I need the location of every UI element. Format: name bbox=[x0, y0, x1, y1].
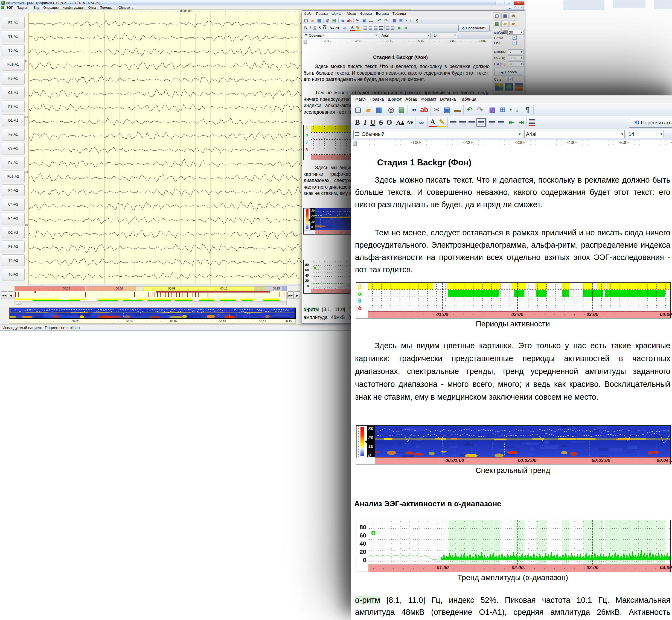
menu-item-3[interactable]: Операции bbox=[41, 6, 60, 10]
doc-menu-item-4[interactable]: Формат bbox=[419, 97, 438, 102]
channel-button-pz-a1[interactable]: Pz-A1 bbox=[2, 157, 25, 168]
align-center-icon[interactable] bbox=[369, 27, 372, 30]
event-marker[interactable] bbox=[18, 292, 18, 297]
doc-menu-item-5[interactable]: Вставка bbox=[374, 12, 391, 15]
channel-button-p3-a1[interactable]: P3-A1 bbox=[2, 101, 25, 112]
align-justify-icon[interactable] bbox=[379, 27, 383, 30]
table-dropdown-arrow[interactable]: ▾ bbox=[510, 107, 512, 112]
close-button[interactable]: ✕ bbox=[514, 1, 524, 5]
overline-button[interactable]: O bbox=[322, 26, 327, 30]
channel-button-c3-a1[interactable]: C3-A1 bbox=[2, 87, 25, 98]
doc-ruler[interactable]: ·100··200··300··400··500··600· bbox=[302, 39, 492, 44]
doc-menu-item-1[interactable]: Правка bbox=[368, 97, 386, 102]
event-marker[interactable] bbox=[152, 292, 152, 297]
size-combo[interactable]: 14▼ bbox=[432, 33, 457, 38]
print-icon[interactable]: ▤ bbox=[331, 17, 337, 24]
strike-button[interactable]: S bbox=[317, 26, 322, 30]
event-marker[interactable] bbox=[134, 292, 135, 297]
print-icon[interactable]: ▤ bbox=[396, 104, 407, 115]
channel-button-t4-a2[interactable]: T4-A2 bbox=[2, 255, 25, 266]
find-icon[interactable]: ∞ bbox=[409, 104, 419, 115]
strike-button[interactable]: S bbox=[377, 118, 385, 126]
highlight-button[interactable]: ✎ bbox=[355, 25, 361, 31]
menu-item-5[interactable]: Окна bbox=[86, 6, 98, 10]
recalculate-button[interactable]: ⟲ Пересчитать bbox=[459, 25, 490, 32]
undo-icon[interactable]: ↶ bbox=[465, 104, 475, 115]
doc-menu-item-1[interactable]: Правка bbox=[314, 12, 330, 15]
table-icon[interactable]: ⊞ bbox=[497, 104, 508, 115]
doc-menu-item-2[interactable]: Шрифт bbox=[386, 97, 403, 102]
overline-button[interactable]: O bbox=[385, 118, 393, 126]
mdi-restore-button[interactable]: ❐ bbox=[513, 6, 518, 10]
hf-combo[interactable]: 0.53▼ bbox=[508, 55, 524, 60]
bullet-list-icon[interactable] bbox=[391, 27, 394, 30]
event-marker[interactable] bbox=[198, 292, 199, 297]
pilcrow-icon[interactable]: ¶ bbox=[414, 17, 420, 24]
timeline-events-row[interactable] bbox=[14, 291, 287, 299]
timeline-scroll-thumb[interactable] bbox=[16, 302, 21, 305]
maximize-button[interactable]: ❐ bbox=[505, 1, 513, 5]
channel-button-fz-a1[interactable]: Fz-A1 bbox=[2, 129, 25, 140]
channel-button-f4-a2[interactable]: F4-A2 bbox=[2, 185, 25, 196]
event-marker[interactable] bbox=[174, 292, 174, 297]
font-smaller-button[interactable]: A▾ bbox=[405, 119, 414, 126]
find-icon[interactable]: ∞ bbox=[339, 17, 346, 24]
channel-button-t5-a1[interactable]: T5-A1 bbox=[2, 45, 25, 56]
paste-icon[interactable]: ▬ bbox=[368, 17, 374, 24]
reports-icon[interactable]: ▣ bbox=[501, 12, 509, 19]
menu-item-2[interactable]: Вид bbox=[32, 6, 41, 10]
save-icon[interactable]: ▦ bbox=[374, 104, 384, 115]
doc-page[interactable]: Стадия 1 Backgr (Фон) Здесь можно писать… bbox=[351, 148, 672, 620]
brain-map-icon[interactable] bbox=[505, 83, 513, 91]
channel-button-t6-a2[interactable]: T6-A2 bbox=[2, 269, 25, 280]
mdi-minimize-button[interactable]: ▁ bbox=[507, 6, 512, 10]
copy-icon[interactable]: ▣ bbox=[361, 17, 368, 24]
menu-item-6[interactable]: Помощь bbox=[98, 6, 114, 10]
mm-per-sec-combo[interactable]: 30▼ bbox=[507, 30, 524, 35]
title-bar[interactable]: Neurotravel - [302, Трофимов Е В (N 2, 1… bbox=[0, 0, 525, 6]
event-marker[interactable] bbox=[179, 292, 180, 297]
event-marker[interactable] bbox=[85, 292, 86, 297]
open-folder-icon[interactable]: ▰ bbox=[309, 17, 316, 24]
event-marker[interactable] bbox=[171, 292, 172, 297]
channel-button-o1-a1[interactable]: O1-A1 bbox=[2, 114, 25, 126]
doc-menu-item-6[interactable]: Таблица bbox=[458, 97, 478, 102]
fast-forward-button[interactable]: ▶▶ bbox=[287, 292, 294, 299]
lf-combo[interactable]: 30▼ bbox=[508, 61, 524, 66]
new-document-icon[interactable]: ▢ bbox=[353, 104, 363, 115]
bold-button[interactable]: B bbox=[303, 26, 308, 30]
menu-item-1[interactable]: Пациент bbox=[15, 6, 32, 10]
cut-icon[interactable]: ✂ bbox=[354, 17, 361, 24]
underline-button[interactable]: U bbox=[313, 26, 317, 30]
font-bigger-button[interactable]: A▴ bbox=[329, 26, 335, 30]
overview-spectrogram[interactable] bbox=[9, 308, 296, 320]
print-icon[interactable]: ▤ bbox=[493, 20, 500, 27]
indent-icon[interactable]: ⇥ bbox=[516, 118, 526, 126]
bullet-list-icon[interactable] bbox=[498, 120, 504, 125]
numbered-list-icon[interactable] bbox=[489, 120, 495, 125]
redo-icon[interactable]: ↷ bbox=[383, 17, 389, 24]
new-document-icon[interactable]: ▢ bbox=[303, 17, 309, 24]
event-marker[interactable] bbox=[187, 292, 188, 297]
font-color-button[interactable]: A bbox=[350, 25, 355, 31]
image-icon[interactable]: ▩ bbox=[391, 17, 398, 24]
italic-button[interactable]: I bbox=[362, 118, 369, 126]
event-marker[interactable] bbox=[154, 292, 155, 297]
preview-icon[interactable]: ◎ bbox=[324, 17, 331, 24]
event-marker[interactable] bbox=[15, 292, 16, 297]
axes-checkbox[interactable]: ✔ bbox=[513, 41, 517, 45]
channel-button-f8-a2[interactable]: F8-A2 bbox=[2, 241, 25, 252]
underline-button[interactable]: U bbox=[369, 118, 377, 126]
new-report-icon[interactable]: ▢ bbox=[493, 12, 500, 19]
channel-button-fp1-a1[interactable]: Fp1-A1 bbox=[2, 59, 25, 70]
channel-button-f7-a1[interactable]: F7-A1 bbox=[2, 17, 25, 28]
event-marker[interactable] bbox=[280, 292, 280, 297]
uv-per-mm-combo[interactable]: 7▼ bbox=[508, 49, 524, 54]
event-marker[interactable] bbox=[157, 292, 158, 297]
bold-button[interactable]: B bbox=[353, 118, 362, 126]
net-checkbox[interactable]: ✔ bbox=[509, 77, 513, 81]
channel-button-fp2-a2[interactable]: Fp2-A2 bbox=[2, 170, 25, 182]
doc-ruler[interactable]: ·100··200··300··400··500··600· bbox=[351, 140, 672, 148]
grid-checkbox[interactable]: ✔ bbox=[513, 36, 517, 40]
image-icon[interactable]: ▩ bbox=[487, 104, 497, 115]
